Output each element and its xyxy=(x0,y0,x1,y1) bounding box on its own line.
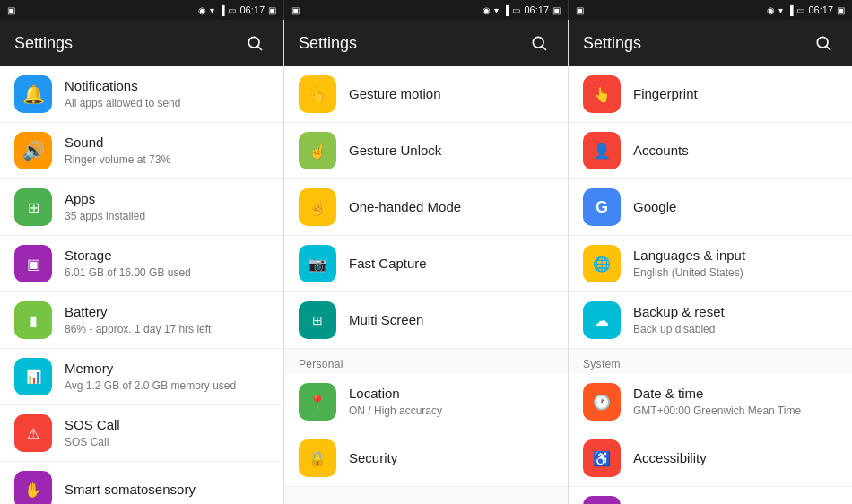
notifications-icon: 🔔 xyxy=(14,75,52,113)
panel-1: Settings 🔔 Notifications All apps allowe… xyxy=(0,20,284,504)
settings-item-gesture-unlock[interactable]: ✌ Gesture Unlock xyxy=(284,123,568,179)
fingerprint-title: Fingerprint xyxy=(633,85,838,103)
memory-title: Memory xyxy=(65,360,269,378)
status-bar-3: ▣ ◉ ▾ ▐ ▭ 06:17 ▣ xyxy=(569,0,852,20)
one-handed-text: One-handed Mode xyxy=(349,198,553,216)
location-title: Location xyxy=(349,385,553,403)
settings-item-sound[interactable]: 🔊 Sound Ringer volume at 73% xyxy=(0,123,283,179)
backup-icon: ☁ xyxy=(583,301,621,339)
panel-3: Settings 👆 Fingerprint 👤 Accounts xyxy=(569,20,852,504)
location-icon-1: ◉ xyxy=(198,5,206,15)
settings-item-languages[interactable]: 🌐 Languages & input English (United Stat… xyxy=(569,236,852,292)
panel-2-content: 👆 Gesture motion ✌ Gesture Unlock ☝ One-… xyxy=(284,66,568,504)
one-handed-icon: ☝ xyxy=(299,188,336,226)
svg-line-5 xyxy=(827,47,830,50)
accessibility-icon: ♿ xyxy=(583,439,621,477)
fingerprint-icon: 👆 xyxy=(583,75,621,113)
apps-title: Apps xyxy=(65,190,269,208)
smart-icon: ✋ xyxy=(14,471,52,504)
panel-1-title: Settings xyxy=(14,34,73,53)
accounts-icon: 👤 xyxy=(583,132,621,169)
gallery-icon-2: ▣ xyxy=(552,5,561,15)
sos-title: SOS Call xyxy=(65,416,269,434)
sound-title: Sound xyxy=(65,134,269,152)
gallery-icon-3: ▣ xyxy=(837,5,845,15)
svg-line-1 xyxy=(258,47,262,50)
languages-icon: 🌐 xyxy=(583,245,621,282)
gesture-unlock-text: Gesture Unlock xyxy=(349,142,553,160)
settings-item-backup[interactable]: ☁ Backup & reset Back up disabled xyxy=(569,292,852,349)
notifications-text: Notifications All apps allowed to send xyxy=(65,77,269,110)
storage-icon: ▣ xyxy=(14,245,52,282)
battery-subtitle: 86% - approx. 1 day 17 hrs left xyxy=(65,323,269,337)
battery-title: Battery xyxy=(65,303,269,321)
location-icon: 📍 xyxy=(299,383,336,421)
sos-icon: ⚠ xyxy=(14,414,52,452)
backup-text: Backup & reset Back up disabled xyxy=(633,303,838,336)
panel-2: Settings 👆 Gesture motion ✌ Gesture Unlo… xyxy=(284,20,569,504)
date-time-subtitle: GMT+00:00 Greenwich Mean Time xyxy=(633,404,838,419)
memory-text: Memory Avg 1.2 GB of 2.0 GB memory used xyxy=(65,360,269,393)
settings-item-accounts[interactable]: 👤 Accounts xyxy=(569,123,852,179)
settings-item-accessibility[interactable]: ♿ Accessibility xyxy=(569,430,852,487)
storage-title: Storage xyxy=(65,247,269,265)
gesture-unlock-title: Gesture Unlock xyxy=(349,142,553,160)
date-time-text: Date & time GMT+00:00 Greenwich Mean Tim… xyxy=(633,385,838,418)
settings-item-google[interactable]: G Google xyxy=(569,179,852,236)
security-icon: 🔒 xyxy=(299,439,336,477)
gesture-unlock-icon: ✌ xyxy=(299,132,336,169)
panel-1-search-button[interactable] xyxy=(240,29,269,57)
settings-item-multi-screen[interactable]: ⊞ Multi Screen xyxy=(284,292,568,349)
settings-item-gesture-motion[interactable]: 👆 Gesture motion xyxy=(284,66,568,123)
settings-item-date-time[interactable]: 🕐 Date & time GMT+00:00 Greenwich Mean T… xyxy=(569,374,852,430)
signal-icon-3: ▐ xyxy=(787,5,793,15)
panel-2-title: Settings xyxy=(299,34,357,53)
panel-3-title: Settings xyxy=(583,34,641,53)
panel-2-search-button[interactable] xyxy=(525,29,553,57)
settings-item-battery[interactable]: ▮ Battery 86% - approx. 1 day 17 hrs lef… xyxy=(0,292,283,349)
personal-section-label: Personal xyxy=(284,349,568,374)
languages-text: Languages & input English (United States… xyxy=(633,247,838,280)
settings-item-apps[interactable]: ⊞ Apps 35 apps installed xyxy=(0,179,283,236)
accounts-text: Accounts xyxy=(633,142,838,160)
memory-subtitle: Avg 1.2 GB of 2.0 GB memory used xyxy=(65,379,269,394)
settings-item-notifications[interactable]: 🔔 Notifications All apps allowed to send xyxy=(0,66,283,123)
settings-item-printing[interactable]: 🖨 Printing xyxy=(569,487,852,504)
languages-subtitle: English (United States) xyxy=(633,266,838,281)
battery-icon-2: ▭ xyxy=(512,5,520,15)
settings-item-location[interactable]: 📍 Location ON / High accuracy xyxy=(284,374,568,430)
google-title: Google xyxy=(633,198,838,216)
settings-item-storage[interactable]: ▣ Storage 6.01 GB of 16.00 GB used xyxy=(0,236,283,292)
panel-3-search-button[interactable] xyxy=(809,29,838,57)
screen-icon-1: ▣ xyxy=(7,5,15,15)
fast-capture-text: Fast Capture xyxy=(349,255,553,273)
settings-item-smart[interactable]: ✋ Smart somatosensory xyxy=(0,462,283,504)
multi-screen-text: Multi Screen xyxy=(349,311,553,329)
date-time-icon: 🕐 xyxy=(583,383,621,421)
settings-item-sos[interactable]: ⚠ SOS Call SOS Call xyxy=(0,405,283,462)
panel-1-header: Settings xyxy=(0,20,283,66)
location-icon-3: ◉ xyxy=(767,5,775,15)
system-section-label: System xyxy=(569,349,852,374)
battery-icon: ▮ xyxy=(14,301,52,339)
panels-container: Settings 🔔 Notifications All apps allowe… xyxy=(0,20,852,504)
accounts-title: Accounts xyxy=(633,142,838,160)
gallery-icon-1: ▣ xyxy=(268,5,276,15)
sos-subtitle: SOS Call xyxy=(65,436,269,450)
notifications-title: Notifications xyxy=(65,77,269,95)
location-subtitle: ON / High accuracy xyxy=(349,404,553,419)
panel-3-content: 👆 Fingerprint 👤 Accounts G Google 🌐 xyxy=(569,66,852,504)
printing-icon: 🖨 xyxy=(583,496,621,504)
settings-item-security[interactable]: 🔒 Security xyxy=(284,430,568,487)
settings-item-fingerprint[interactable]: 👆 Fingerprint xyxy=(569,66,852,123)
fast-capture-icon: 📷 xyxy=(299,245,336,282)
settings-item-fast-capture[interactable]: 📷 Fast Capture xyxy=(284,236,568,292)
gesture-motion-text: Gesture motion xyxy=(349,85,553,103)
status-bars: ▣ ◉ ▾ ▐ ▭ 06:17 ▣ ▣ ◉ ▾ ▐ ▭ 06:17 ▣ ▣ ◉ xyxy=(0,0,852,20)
wifi-icon-2: ▾ xyxy=(494,5,499,15)
accessibility-text: Accessibility xyxy=(633,449,838,467)
sound-icon: 🔊 xyxy=(14,132,52,169)
time-1: 06:17 xyxy=(239,4,265,15)
settings-item-one-handed[interactable]: ☝ One-handed Mode xyxy=(284,179,568,236)
settings-item-memory[interactable]: 📊 Memory Avg 1.2 GB of 2.0 GB memory use… xyxy=(0,349,283,405)
